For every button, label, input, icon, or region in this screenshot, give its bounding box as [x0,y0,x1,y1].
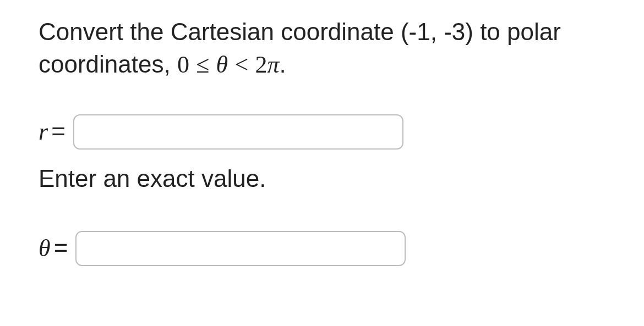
range-two: 2 [255,51,267,78]
theta-equals: = [54,234,68,262]
question-container: Convert the Cartesian coordinate (-1, -3… [0,0,644,266]
r-input-row: r = [39,114,605,150]
range-lt: < [234,51,248,78]
r-input[interactable] [73,114,403,150]
range-zero: 0 [177,51,189,78]
r-label: r = [39,118,66,146]
theta-input-row: θ = [39,231,605,266]
r-equals: = [51,118,66,145]
range-pi: π [267,51,279,78]
r-var: r [39,118,48,146]
range-leq: ≤ [196,51,209,78]
exact-value-hint: Enter an exact value. [39,165,605,192]
range-period: . [280,51,286,78]
theta-var: θ [39,234,51,262]
range-theta: θ [216,51,228,78]
theta-label: θ = [39,234,68,262]
question-prompt: Convert the Cartesian coordinate (-1, -3… [39,15,605,81]
prompt-text-before: Convert the Cartesian coordinate [39,18,401,45]
theta-input[interactable] [75,231,406,266]
prompt-point: (-1, -3) [401,18,473,45]
